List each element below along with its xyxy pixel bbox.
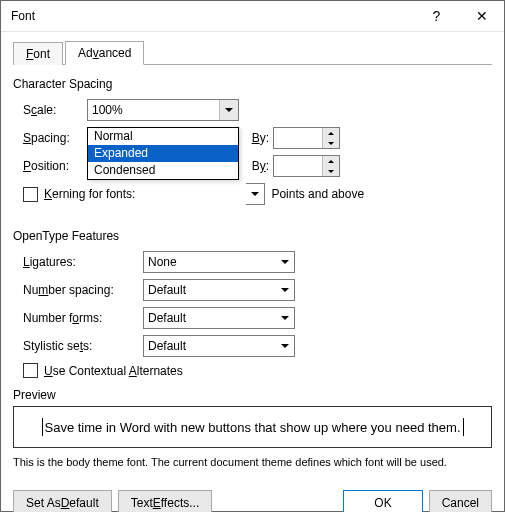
- spin-up-icon[interactable]: [323, 128, 339, 138]
- spin-down-icon[interactable]: [323, 166, 339, 176]
- opentype-features-label: OpenType Features: [13, 229, 492, 243]
- dialog-title: Font: [1, 9, 35, 23]
- text-effects-button[interactable]: Text Effects...: [118, 490, 213, 512]
- cancel-button[interactable]: Cancel: [429, 490, 492, 512]
- position-by-label: By:: [249, 159, 269, 173]
- stylistic-sets-label: Stylistic sets:: [23, 339, 143, 353]
- spacing-option-condensed[interactable]: Condensed: [88, 162, 238, 179]
- number-spacing-combobox[interactable]: Default: [143, 279, 295, 301]
- preview-text: Save time in Word with new buttons that …: [45, 420, 461, 435]
- spacing-option-expanded[interactable]: Expanded: [88, 145, 238, 162]
- tab-font[interactable]: Font: [13, 42, 63, 65]
- contextual-alternates-checkbox[interactable]: Use Contextual Alternates: [23, 363, 183, 378]
- chevron-down-icon[interactable]: [276, 280, 294, 300]
- spacing-option-normal[interactable]: Normal: [88, 128, 238, 145]
- set-as-default-button[interactable]: Set As Default: [13, 490, 112, 512]
- spin-up-icon[interactable]: [323, 156, 339, 166]
- points-and-above-label: Points and above: [271, 187, 364, 201]
- ligatures-label: Ligatures:: [23, 255, 143, 269]
- preview-note: This is the body theme font. The current…: [13, 456, 492, 468]
- chevron-down-icon[interactable]: [276, 336, 294, 356]
- close-button[interactable]: ✕: [459, 1, 504, 31]
- kerning-checkbox[interactable]: Kerning for fonts:: [23, 187, 135, 202]
- caret-icon: [42, 418, 43, 436]
- tab-advanced[interactable]: Advanced: [65, 41, 144, 65]
- spacing-label: Spacing:: [23, 131, 87, 145]
- number-forms-combobox[interactable]: Default: [143, 307, 295, 329]
- help-button[interactable]: ?: [414, 1, 459, 31]
- client-area: Font Advanced Character Spacing Scale: 1…: [1, 32, 504, 480]
- spin-down-icon[interactable]: [323, 138, 339, 148]
- character-spacing-label: Character Spacing: [13, 77, 492, 91]
- titlebar: Font ? ✕: [1, 1, 504, 32]
- ligatures-combobox[interactable]: None: [143, 251, 295, 273]
- contextual-alternates-label: Use Contextual Alternates: [44, 364, 183, 378]
- ok-button[interactable]: OK: [343, 490, 422, 512]
- button-bar: Set As Default Text Effects... OK Cancel: [1, 480, 504, 512]
- scale-combobox[interactable]: 100%: [87, 99, 239, 121]
- number-forms-label: Number forms:: [23, 311, 143, 325]
- preview-label: Preview: [13, 388, 492, 402]
- preview-box: Save time in Word with new buttons that …: [13, 406, 492, 448]
- position-label: Position:: [23, 159, 87, 173]
- tab-strip: Font Advanced: [13, 40, 492, 65]
- spacing-by-spinner[interactable]: [273, 127, 340, 149]
- kerning-label: Kerning for fonts:: [44, 187, 135, 201]
- font-dialog: Font ? ✕ Font Advanced Character Spacing…: [0, 0, 505, 512]
- chevron-down-icon[interactable]: [219, 100, 238, 120]
- position-by-spinner[interactable]: [273, 155, 340, 177]
- caret-icon: [463, 418, 464, 436]
- chevron-down-icon: [246, 184, 264, 204]
- number-spacing-label: Number spacing:: [23, 283, 143, 297]
- stylistic-sets-combobox[interactable]: Default: [143, 335, 295, 357]
- spacing-dropdown-list[interactable]: Normal Expanded Condensed: [87, 127, 239, 180]
- spacing-by-label: By:: [249, 131, 269, 145]
- chevron-down-icon[interactable]: [276, 252, 294, 272]
- scale-label: Scale:: [23, 103, 87, 117]
- chevron-down-icon[interactable]: [276, 308, 294, 328]
